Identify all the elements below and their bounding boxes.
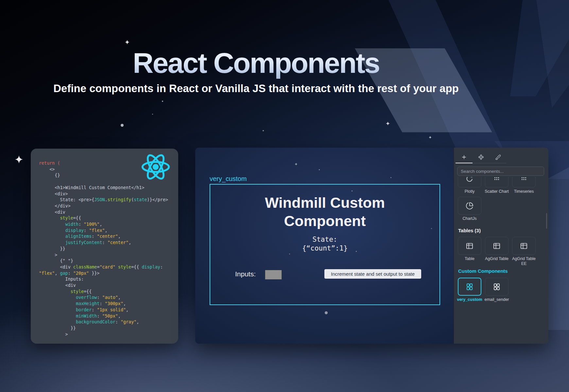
component-icon [478, 154, 484, 160]
selected-component-id-label: very_custom [210, 175, 247, 183]
table-icon [493, 242, 501, 250]
component-card-label: ChartJs [456, 216, 483, 221]
component-card-chartjs[interactable]: ChartJs [458, 197, 481, 221]
component-list: Plotly Scatter Chart Timeseries ChartJs … [454, 177, 548, 344]
component-card-plotly[interactable]: Plotly [458, 177, 481, 194]
state-value: {“count”:1} [210, 244, 440, 253]
component-card-timeseries[interactable]: Timeseries [512, 177, 536, 194]
component-card-label: email_sender [483, 297, 510, 302]
table-icon [520, 242, 528, 250]
inputs-label: Inputs: [235, 270, 256, 278]
star-decoration [121, 124, 124, 127]
paintbrush-icon [495, 154, 501, 160]
star-decoration [319, 169, 320, 170]
plus-icon [461, 154, 467, 160]
tables-components-grid: Table AgGrid Table AgGrid Table EE [458, 237, 545, 266]
star-decoration [429, 136, 432, 139]
component-card-scatter-chart[interactable]: Scatter Chart [485, 177, 509, 194]
app-editor-window: very_custom Windmill Custom Component St… [195, 148, 548, 344]
star-decoration [152, 114, 153, 115]
component-card-email-sender[interactable]: email_sender [485, 278, 509, 302]
selected-custom-component[interactable]: Windmill Custom Component State: {“count… [210, 184, 440, 305]
star-decoration [162, 101, 163, 102]
chart-components-grid: Plotly Scatter Chart Timeseries ChartJs [458, 177, 545, 221]
page-subtitle: Define components in React or Vanilla JS… [0, 82, 512, 95]
inputs-value-box[interactable] [265, 270, 282, 280]
component-card-aggrid-table[interactable]: AgGrid Table [485, 237, 509, 266]
custom-component-icon [465, 283, 474, 291]
components-tab[interactable] [473, 152, 490, 163]
component-card-label: Timeseries [510, 189, 538, 194]
add-component-tab[interactable] [456, 152, 473, 163]
table-icon [466, 242, 474, 250]
component-card-label: Scatter Chart [483, 189, 510, 194]
plotly-icon [466, 177, 474, 183]
pie-chart-icon [466, 202, 474, 210]
scatter-chart-icon [520, 177, 528, 183]
component-card-label: Plotly [456, 189, 483, 194]
star-decoration [386, 122, 390, 125]
component-resize-handle[interactable] [325, 311, 328, 314]
star-decoration [125, 40, 129, 44]
star-decoration [390, 177, 391, 178]
component-heading: Windmill Custom Component [210, 194, 440, 230]
page-title: React Components [0, 46, 512, 80]
component-card-label: Table [456, 256, 483, 261]
sidebar-tabs [456, 152, 507, 163]
component-card-table[interactable]: Table [458, 237, 481, 266]
component-palette-sidebar: Plotly Scatter Chart Timeseries ChartJs … [454, 148, 548, 344]
app-canvas[interactable]: very_custom Windmill Custom Component St… [195, 148, 454, 344]
custom-components-header: Custom Components [458, 268, 508, 274]
code-editor-panel: return ( <> {} <h1>Windmill Custom Compo… [31, 149, 178, 344]
styling-tab[interactable] [490, 152, 507, 163]
component-card-aggrid-table-ee[interactable]: AgGrid Table EE [512, 237, 536, 266]
star-decoration [295, 163, 298, 166]
state-label: State: [210, 235, 440, 244]
page: React Components Define components in Re… [0, 0, 569, 392]
search-components-input[interactable] [457, 167, 544, 176]
tables-section-header: Tables (3) [458, 228, 481, 233]
custom-components-grid: very_custom email_sender [458, 278, 545, 302]
component-card-label: AgGrid Table [483, 256, 510, 261]
star-decoration [15, 155, 23, 163]
component-card-label: AgGrid Table EE [510, 256, 538, 266]
increment-state-button[interactable]: Increment state and set output to state [324, 269, 421, 279]
component-card-very-custom[interactable]: very_custom [458, 278, 481, 302]
star-decoration [263, 130, 264, 131]
react-logo-icon [140, 152, 171, 182]
component-card-label: very_custom [456, 297, 483, 302]
active-tab-underline [456, 163, 473, 163]
scatter-chart-icon [493, 177, 501, 183]
component-state: State: {“count”:1} [210, 235, 440, 253]
sidebar-scrollbar[interactable] [546, 213, 547, 229]
custom-component-icon [492, 283, 501, 291]
